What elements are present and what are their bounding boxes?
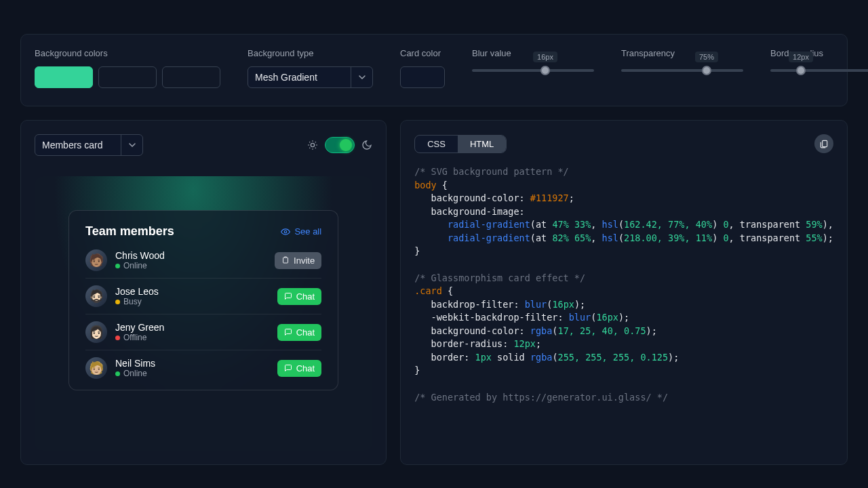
bg-color-swatch-1[interactable] <box>35 66 93 88</box>
slider-thumb[interactable] <box>796 66 806 75</box>
card-type-select[interactable]: Members card <box>35 134 143 156</box>
invite-icon <box>281 256 290 264</box>
slider-thumb[interactable] <box>540 66 550 75</box>
member-row: 👩🏻Jeny GreenOfflineChat <box>85 314 321 350</box>
glass-card: Team members See all 🧑🏽Chris WoodOnlineI… <box>68 210 338 390</box>
member-row: 🧑🏼Neil SimsOnlineChat <box>85 350 321 386</box>
eye-icon <box>281 227 290 237</box>
transparency-slider[interactable]: 75% <box>621 66 743 72</box>
sun-icon <box>307 140 318 150</box>
member-row: 🧔🏻Jose LeosBusyChat <box>85 278 321 314</box>
radius-value-badge: 12px <box>789 52 813 62</box>
member-status: Online <box>115 261 165 270</box>
blur-slider[interactable]: 16px <box>472 66 594 72</box>
transparency-value-badge: 75% <box>695 52 718 62</box>
card-color-label: Card color <box>400 48 445 58</box>
preview-panel: Members card Team members <box>20 120 387 465</box>
dark-mode-toggle[interactable] <box>325 137 355 153</box>
slider-thumb[interactable] <box>702 66 711 75</box>
member-name: Jeny Green <box>115 322 164 333</box>
blur-value-badge: 16px <box>533 52 557 62</box>
svg-point-0 <box>311 143 314 146</box>
transparency-label: Transparency <box>621 48 743 58</box>
radius-label: Border radius <box>770 48 868 58</box>
code-output: /* SVG background pattern */ body { back… <box>414 165 833 404</box>
chevron-down-icon <box>121 135 142 155</box>
see-all-label: See all <box>294 226 321 237</box>
bg-type-group: Background type Mesh Gradient <box>248 48 373 88</box>
chat-icon <box>284 364 292 372</box>
bg-type-select[interactable]: Mesh Gradient <box>248 66 373 88</box>
chat-icon <box>284 292 292 300</box>
chat-icon <box>284 328 292 336</box>
bg-color-swatch-3[interactable] <box>162 66 220 88</box>
member-name: Jose Leos <box>115 286 159 297</box>
action-label: Chat <box>296 363 315 373</box>
status-dot-icon <box>115 336 120 340</box>
chevron-down-icon <box>351 67 372 87</box>
bg-type-label: Background type <box>248 48 373 58</box>
bg-color-swatch-2[interactable] <box>98 66 157 88</box>
chat-button[interactable]: Chat <box>277 360 321 377</box>
svg-rect-3 <box>823 140 827 146</box>
radius-slider[interactable]: 12px <box>770 66 868 72</box>
card-title: Team members <box>85 224 174 239</box>
status-dot-icon <box>115 300 120 304</box>
status-dot-icon <box>115 371 120 376</box>
member-row: 🧑🏽Chris WoodOnlineInvite <box>85 243 321 278</box>
bg-colors-group: Background colors <box>35 48 220 88</box>
action-label: Chat <box>296 327 315 338</box>
action-label: Invite <box>294 256 315 266</box>
code-tabs: CSS HTML <box>414 135 507 153</box>
code-panel: CSS HTML /* SVG background pattern */ bo… <box>400 120 848 465</box>
member-name: Neil Sims <box>115 358 155 369</box>
bg-type-value: Mesh Gradient <box>255 72 317 83</box>
preview-canvas: Team members See all 🧑🏽Chris WoodOnlineI… <box>35 176 372 451</box>
card-type-value: Members card <box>42 140 102 150</box>
member-status: Offline <box>115 333 164 342</box>
transparency-group: Transparency 75% <box>621 48 743 72</box>
bg-colors-label: Background colors <box>35 48 220 58</box>
controls-panel: Background colors Background type Mesh G… <box>20 34 848 106</box>
bg-color-swatches <box>35 66 220 88</box>
status-dot-icon <box>115 264 120 268</box>
theme-switch <box>307 137 372 153</box>
chat-button[interactable]: Chat <box>277 324 321 341</box>
avatar: 🧑🏼 <box>85 357 107 379</box>
moon-icon <box>361 140 372 150</box>
chat-button[interactable]: Chat <box>277 288 321 305</box>
radius-group: Border radius 12px <box>770 48 868 72</box>
svg-rect-2 <box>283 258 288 263</box>
avatar: 🧔🏻 <box>85 285 107 307</box>
tab-css[interactable]: CSS <box>415 136 458 152</box>
copy-button[interactable] <box>814 134 833 153</box>
tab-html[interactable]: HTML <box>458 136 506 152</box>
invite-button[interactable]: Invite <box>275 252 321 269</box>
avatar: 👩🏻 <box>85 321 107 343</box>
svg-point-1 <box>285 230 288 233</box>
see-all-link[interactable]: See all <box>281 226 321 237</box>
clipboard-icon <box>819 139 829 148</box>
card-color-swatch[interactable] <box>400 66 445 88</box>
member-status: Online <box>115 369 155 378</box>
avatar: 🧑🏽 <box>85 249 107 271</box>
card-color-group: Card color <box>400 48 445 88</box>
blur-group: Blur value 16px <box>472 48 594 72</box>
member-name: Chris Wood <box>115 250 165 261</box>
action-label: Chat <box>296 291 315 302</box>
member-status: Busy <box>115 297 159 306</box>
